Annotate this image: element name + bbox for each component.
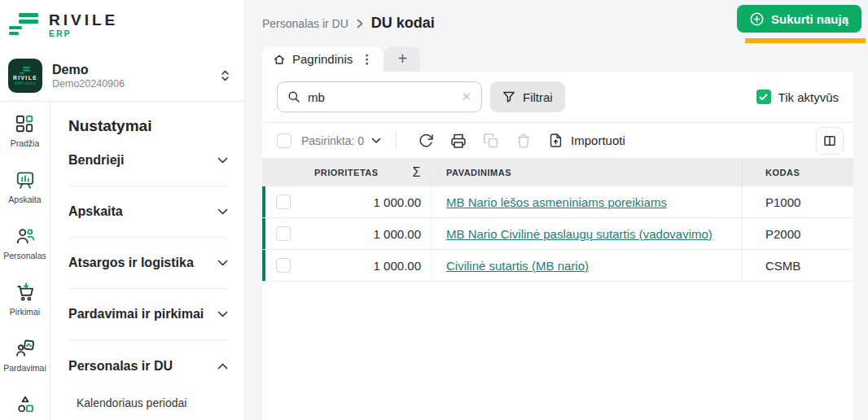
sidebar: RIVILE ERP RIVILE ERP demo Demo Demo2024… (0, 0, 245, 420)
cell-kodas: CSMB (743, 250, 853, 281)
toolbar-divider (396, 131, 397, 151)
rail-item-pirkimai[interactable]: Pirkimai (10, 282, 40, 317)
search-icon (287, 90, 300, 103)
breadcrumb: Personalas ir DU DU kodai (262, 15, 435, 32)
table-row: 1 000.00 MB Nario Civilinė paslaugų suta… (262, 218, 853, 250)
clear-icon[interactable]: ✕ (461, 90, 471, 104)
rail-item-pradzia[interactable]: Pradžia (11, 113, 40, 148)
brand-name: RIVILE (49, 12, 118, 28)
table-row: 1 000.00 MB Nario lėšos asmeniniams pore… (262, 186, 853, 218)
columns-layout-button[interactable] (816, 127, 844, 155)
chevron-down-icon (217, 311, 228, 317)
row-checkbox[interactable] (276, 258, 291, 273)
chevron-down-icon (217, 157, 228, 164)
rail-item-pardavimai[interactable]: Pardavimai (3, 338, 46, 373)
company-avatar: RIVILE ERP demo (8, 59, 42, 93)
filters-button[interactable]: Filtrai (490, 81, 565, 112)
settings-menu: Nustatymai Bendrieji Apskaita Atsargos i… (50, 102, 244, 420)
brand-product: ERP (49, 28, 118, 38)
active-only-toggle[interactable]: Tik aktyvūs (756, 90, 839, 104)
menu-subitem-kalendoriaus-periodai[interactable]: Kalendoriaus periodai (68, 392, 228, 409)
cell-kodas: P1000 (743, 186, 853, 217)
tab-strip: Pagrindinis ⋮ + (245, 46, 868, 72)
delete-button-disabled[interactable] (507, 125, 540, 157)
main-area: Personalas ir DU DU kodai Sukurti naują (245, 0, 868, 420)
sales-icon (15, 338, 36, 359)
row-checkbox[interactable] (276, 195, 291, 209)
print-button[interactable] (442, 125, 475, 157)
plus-circle-icon (750, 12, 764, 26)
tab-pagrindinis[interactable]: Pagrindinis ⋮ (262, 46, 383, 72)
chevron-down-icon (217, 260, 228, 266)
table-row: 1 000.00 Civilinė sutartis (MB nario) CS… (262, 250, 853, 282)
create-new-button[interactable]: Sukurti naują (737, 5, 861, 33)
checkbox-checked-icon[interactable] (756, 90, 771, 104)
search-row: ✕ Filtrai Tik aktyvūs (262, 72, 853, 122)
topbar: Personalas ir DU DU kodai Sukurti naują (245, 0, 868, 46)
dashboard-icon (14, 113, 35, 134)
chart-board-icon (15, 169, 36, 190)
cart-icon (15, 282, 36, 303)
company-name: Demo (52, 63, 125, 77)
menu-item-apskaita[interactable]: Apskaita (68, 186, 228, 238)
search-box: ✕ (277, 81, 482, 112)
accent-bar (745, 38, 866, 43)
rail-item-personalas[interactable]: Personalas (3, 225, 46, 260)
select-all-checkbox[interactable] (277, 133, 292, 148)
cell-prioritetas: 1 000.00 (300, 250, 432, 281)
row-checkbox[interactable] (276, 226, 291, 241)
chevron-right-icon (357, 19, 363, 28)
company-select-icon[interactable] (221, 69, 230, 82)
cell-pavadinimas-link[interactable]: Civilinė sutartis (MB nario) (446, 259, 589, 273)
funnel-icon (502, 90, 515, 103)
table-toolbar: Pasirinkta: 0 (262, 122, 853, 158)
menu-item-pardavimai-pirkimai[interactable]: Pardavimai ir pirkimai (68, 289, 228, 340)
import-button[interactable]: Importuoti (548, 133, 625, 148)
cell-kodas: P2000 (743, 218, 853, 249)
cell-pavadinimas-link[interactable]: MB Nario Civilinė paslaugų sutartis (vad… (446, 227, 712, 241)
add-tab-button[interactable]: + (384, 46, 420, 72)
chevron-down-icon (217, 208, 228, 215)
page-title: DU kodai (371, 15, 435, 32)
menu-heading: Nustatymai (68, 117, 228, 135)
company-switcher[interactable]: RIVILE ERP demo Demo Demo20240906 (0, 50, 244, 101)
refresh-button[interactable] (410, 125, 442, 157)
import-file-icon (548, 133, 563, 148)
table-header: PRIORITETAS Σ PAVADINIMAS KODAS (262, 158, 853, 186)
column-header-pavadinimas[interactable]: PAVADINIMAS (432, 158, 743, 186)
cell-prioritetas: 1 000.00 (300, 218, 432, 249)
icon-rail: Pradžia Apskaita (0, 102, 50, 420)
column-header-kodas[interactable]: KODAS (743, 158, 853, 186)
rivile-logo-icon (7, 12, 40, 38)
cell-prioritetas: 1 000.00 (300, 186, 432, 217)
chevron-down-icon[interactable] (371, 138, 381, 144)
menu-item-bendrieji[interactable]: Bendrieji (68, 135, 228, 186)
selection-count: Pasirinkta: 0 (301, 134, 364, 147)
logo[interactable]: RIVILE ERP (0, 0, 244, 50)
tab-label: Pagrindinis (292, 52, 353, 66)
content-panel: ✕ Filtrai Tik aktyvūs (262, 72, 853, 420)
copy-button-disabled[interactable] (475, 125, 507, 157)
people-icon (15, 225, 36, 247)
breadcrumb-parent[interactable]: Personalas ir DU (262, 17, 349, 30)
search-input[interactable] (308, 90, 454, 104)
rail-item-apskaita[interactable]: Apskaita (8, 169, 41, 204)
home-icon (273, 53, 286, 66)
cell-pavadinimas-link[interactable]: MB Nario lėšos asmeniniams poreikiams (446, 195, 667, 209)
column-header-prioritetas[interactable]: PRIORITETAS Σ (300, 158, 432, 186)
sum-icon[interactable]: Σ (413, 165, 421, 180)
tab-menu-icon[interactable]: ⋮ (359, 52, 375, 67)
app-window: RIVILE ERP RIVILE ERP demo Demo Demo2024… (0, 0, 868, 420)
chevron-up-icon (217, 363, 228, 370)
shapes-icon (15, 394, 36, 415)
company-code: Demo20240906 (52, 78, 125, 90)
menu-item-atsargos[interactable]: Atsargos ir logistika (68, 238, 228, 289)
menu-item-personalas-du[interactable]: Personalas ir DU (68, 340, 228, 392)
rail-item-shapes[interactable] (15, 394, 36, 415)
